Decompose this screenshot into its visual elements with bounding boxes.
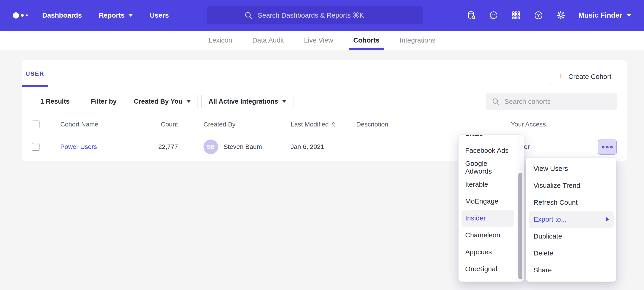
- cohorts-card: USER + Create Cohort 1 Results Filter by…: [22, 60, 627, 161]
- tab-cohorts[interactable]: Cohorts: [343, 31, 390, 50]
- column-header-cohort-name: Cohort Name: [60, 116, 98, 133]
- menu-item-label: Export to...: [534, 215, 566, 223]
- column-header-last-modified: Last Modified: [291, 116, 336, 133]
- last-modified-date: Jan 6, 2021: [291, 133, 324, 161]
- filter-label: All Active Integrations: [208, 98, 278, 105]
- filter-by-label: Filter by: [91, 98, 117, 105]
- column-header-description: Description: [356, 116, 388, 133]
- cohort-search-input[interactable]: [504, 98, 611, 105]
- menu-item-view-users[interactable]: View Users: [529, 160, 614, 177]
- row-actions-button[interactable]: [598, 139, 617, 155]
- column-header-count: Count: [142, 116, 178, 133]
- cohort-search-bar[interactable]: [486, 93, 617, 110]
- cohort-type-tabs: USER + Create Cohort: [22, 60, 627, 87]
- menu-item-appcues[interactable]: Appcues: [462, 244, 514, 260]
- menu-item-label: Chameleon: [465, 231, 500, 239]
- tab-lexicon[interactable]: Lexicon: [198, 31, 242, 50]
- chevron-down-icon: [282, 100, 286, 103]
- tab-live-view[interactable]: Live View: [294, 31, 343, 50]
- menu-item-label: Share: [534, 266, 552, 274]
- chevron-down-icon: [128, 14, 133, 17]
- menu-item-label: View Users: [534, 165, 568, 173]
- data-settings-icon[interactable]: [466, 11, 476, 20]
- select-all-checkbox[interactable]: [32, 120, 40, 128]
- app-window: Dashboards Reports Users: [0, 0, 644, 290]
- menu-item-onesignal[interactable]: OneSignal: [462, 260, 514, 277]
- menu-item-label: Appcues: [465, 248, 492, 256]
- plus-icon: +: [558, 71, 564, 81]
- nav-item-dashboards[interactable]: Dashboards: [42, 12, 82, 19]
- tab-integrations[interactable]: Integrations: [390, 31, 446, 50]
- logo-dot: [13, 12, 19, 19]
- menu-item-label: Insider: [465, 214, 486, 222]
- chevron-down-icon: [186, 100, 191, 103]
- menu-item-moengage[interactable]: MoEngage: [462, 193, 514, 210]
- help-icon[interactable]: ?: [534, 11, 543, 20]
- apps-grid-icon[interactable]: [511, 11, 521, 20]
- mixpanel-logo-icon[interactable]: [13, 12, 28, 19]
- svg-text:?: ?: [537, 13, 540, 18]
- circle-icon: [606, 146, 608, 149]
- create-cohort-label: Create Cohort: [568, 73, 611, 80]
- column-header-created-by: Created By: [204, 116, 236, 133]
- project-switcher[interactable]: Music Finder: [578, 11, 631, 20]
- menu-item-export-to[interactable]: Export to...: [529, 211, 614, 228]
- nav-item-label: Users: [150, 12, 169, 19]
- top-nav: Dashboards Reports Users: [0, 0, 644, 31]
- logo-dot: [26, 15, 28, 16]
- sort-icon[interactable]: [332, 121, 336, 128]
- global-search-bar[interactable]: [207, 7, 423, 24]
- menu-item-visualize-trend[interactable]: Visualize Trend: [529, 177, 614, 194]
- table-row: Power Users 22,777 SB Steven Baum Jan 6,…: [22, 133, 627, 161]
- filter-integrations-dropdown[interactable]: All Active Integrations: [202, 94, 294, 109]
- nav-item-reports[interactable]: Reports: [99, 12, 133, 19]
- created-by-name: Steven Baum: [224, 143, 262, 151]
- tab-label: Cohorts: [353, 36, 380, 44]
- column-header-your-access: Your Access: [511, 116, 546, 133]
- scrollbar-thumb[interactable]: [518, 173, 522, 279]
- nav-item-users[interactable]: Users: [150, 12, 169, 19]
- menu-item-delete[interactable]: Delete: [529, 245, 614, 262]
- submenu-arrow-icon: [606, 217, 609, 221]
- circle-icon: [602, 146, 604, 149]
- filter-created-by-dropdown[interactable]: Created By You: [127, 94, 198, 109]
- gear-icon[interactable]: [556, 11, 566, 20]
- menu-item-iterable[interactable]: Iterable: [462, 176, 514, 193]
- menu-item-google-adwords[interactable]: Google Adwords: [462, 159, 514, 176]
- export-integrations-menu: Braze Facebook Ads Google Adwords Iterab…: [458, 134, 524, 282]
- menu-item-label: Google Adwords: [465, 160, 514, 175]
- tab-data-audit[interactable]: Data Audit: [242, 31, 294, 50]
- menu-item-insider[interactable]: Insider: [462, 210, 514, 227]
- menu-item-label: Facebook Ads: [465, 147, 508, 154]
- cohort-count: 22,777: [142, 133, 178, 161]
- menu-item-braze[interactable]: Braze: [462, 134, 514, 142]
- create-cohort-button[interactable]: + Create Cohort: [550, 69, 619, 84]
- menu-item-facebook-ads[interactable]: Facebook Ads: [462, 142, 514, 159]
- nav-item-label: Dashboards: [42, 12, 82, 19]
- cohort-name-link[interactable]: Power Users: [60, 143, 97, 151]
- integration-list: Braze Facebook Ads Google Adwords Iterab…: [458, 134, 524, 277]
- menu-item-duplicate[interactable]: Duplicate: [529, 228, 614, 245]
- circle-icon: [610, 146, 613, 149]
- avatar: SB: [204, 139, 218, 154]
- global-search-input[interactable]: [258, 12, 386, 19]
- active-tab-underline: [349, 48, 384, 50]
- menu-item-label: OneSignal: [465, 265, 497, 273]
- top-nav-actions: ? Music Finder: [466, 11, 631, 20]
- tab-user-cohorts[interactable]: USER: [22, 60, 48, 87]
- tab-label: Live View: [304, 36, 333, 44]
- row-checkbox[interactable]: [32, 143, 40, 151]
- tab-label: USER: [26, 70, 44, 77]
- row-select-cell: [32, 133, 40, 161]
- active-tab-underline: [22, 85, 48, 87]
- tab-label: Data Audit: [252, 36, 284, 44]
- menu-item-share[interactable]: Share: [529, 262, 614, 278]
- menu-item-chameleon[interactable]: Chameleon: [462, 227, 514, 244]
- select-all-cell: [32, 116, 40, 133]
- menu-item-label: Refresh Count: [534, 199, 578, 206]
- feedback-icon[interactable]: [489, 11, 498, 20]
- filter-toolbar: 1 Results Filter by Created By You All A…: [22, 87, 627, 116]
- table-header: Cohort Name Count Created By Last Modifi…: [22, 116, 627, 133]
- column-header-label: Last Modified: [291, 121, 329, 128]
- menu-item-refresh-count[interactable]: Refresh Count: [529, 194, 614, 211]
